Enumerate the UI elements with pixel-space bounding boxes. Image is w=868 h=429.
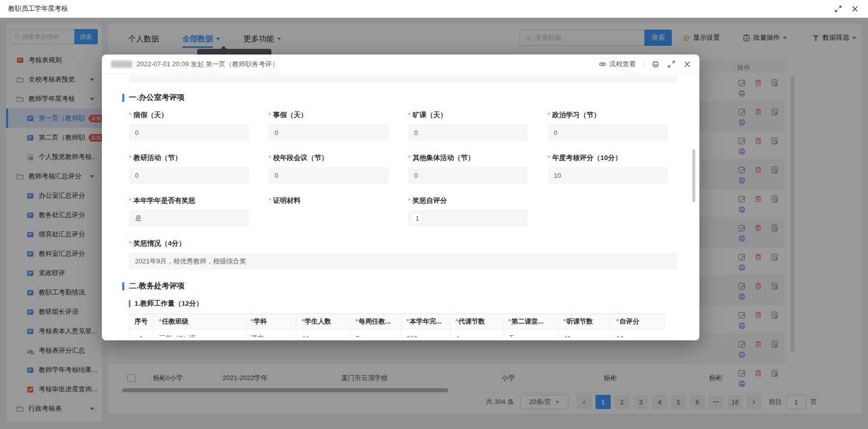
form-modal: 2022-07-01 20:09 发起 第一页（教师职务考评） 流程查看 一.办…	[102, 55, 699, 340]
field-row-3: 本年学年是否有奖惩是 证明材料 奖惩自评分1	[129, 184, 677, 227]
absent-class-input[interactable]: 0	[408, 124, 528, 141]
window-expand-icon[interactable]	[834, 5, 842, 13]
field-label: 事假（天）	[268, 111, 389, 120]
col-header: 任教班级	[154, 314, 246, 329]
workload-table-header: 序号 任教班级 学科 学生人数 每周任教... 本学年完... 代课节数 第二课…	[129, 314, 666, 329]
field-label: 病假（天）	[129, 111, 249, 120]
app-window: 教职员工学年度考核 搜索要办理的 搜索 考核表规则	[0, 0, 868, 429]
reward-self-score-input[interactable]: 1	[408, 210, 528, 227]
personal-leave-input[interactable]: 0	[268, 124, 389, 141]
cell-subject[interactable]: 语文	[246, 329, 296, 338]
col-header: 每周任教...	[350, 314, 401, 329]
col-header: 听课节数	[558, 314, 611, 329]
col-header: 学科	[246, 314, 296, 329]
workload-table-row: 1 三年（8）班 语文 44 7 280 4 无 40 10	[129, 329, 666, 338]
field-row-4: 奖惩情况（4分） 2021年9月，校优秀教师，校级综合奖	[129, 239, 677, 270]
workload-table: 序号 任教班级 学科 学生人数 每周任教... 本学年完... 代课节数 第二课…	[129, 313, 666, 337]
field-label: 校年段会议（节）	[268, 153, 389, 163]
close-icon[interactable]	[683, 60, 691, 68]
section-bar	[122, 94, 124, 102]
col-header: 学生人数	[296, 314, 350, 329]
col-header: 本学年完...	[401, 314, 450, 329]
cell-self-score[interactable]: 10	[611, 329, 666, 338]
field-row-1: 病假（天）0 事假（天）0 旷课（天）0 政治学习（节）0	[129, 102, 677, 141]
eye-icon	[599, 60, 607, 68]
score-chip: 1	[412, 213, 423, 224]
section-bar	[122, 282, 124, 290]
modal-scrollbar-thumb[interactable]	[692, 149, 695, 202]
subsection-title: 1.教师工作量（12分）	[129, 299, 677, 308]
window-close-icon[interactable]	[851, 5, 859, 13]
col-header: 第二课堂...	[503, 314, 558, 329]
subsection-bar	[129, 300, 130, 307]
col-header: 代课节数	[450, 314, 503, 329]
window-titlebar: 教职员工学年度考核	[0, 0, 868, 18]
expand-icon[interactable]	[667, 60, 675, 68]
section-2-title: 二.教务处考评项	[129, 281, 677, 291]
col-header: 自评分	[611, 314, 666, 329]
clipped-input-top	[129, 75, 677, 83]
sick-leave-input[interactable]: 0	[129, 124, 249, 141]
field-label: 证明材料	[268, 196, 389, 205]
initiator-name-redacted	[111, 61, 132, 68]
cell-substitute[interactable]: 4	[450, 329, 503, 338]
research-activity-input[interactable]: 0	[129, 167, 249, 184]
field-label: 奖惩自评分	[408, 196, 528, 205]
annual-score-input[interactable]: 10	[548, 167, 668, 184]
field-label: 政治学习（节）	[548, 111, 668, 120]
flow-view-button[interactable]: 流程查看	[599, 60, 636, 69]
cell-weekly[interactable]: 7	[350, 329, 401, 338]
reward-detail-input[interactable]: 2021年9月，校优秀教师，校级综合奖	[129, 253, 677, 270]
window-title: 教职员工学年度考核	[8, 4, 68, 13]
section-1-title: 一.办公室考评项	[129, 93, 677, 102]
reward-punishment-select[interactable]: 是	[129, 210, 249, 227]
modal-header: 2022-07-01 20:09 发起 第一页（教师职务考评） 流程查看	[102, 55, 699, 74]
modal-title: 2022-07-01 20:09 发起 第一页（教师职务考评）	[137, 60, 279, 69]
field-label: 年度考核评分（10分）	[548, 153, 668, 163]
field-row-2: 教研活动（节）0 校年段会议（节）0 其他集体活动（节）0 年度考核评分（10分…	[129, 141, 677, 184]
col-header: 序号	[129, 314, 154, 329]
print-icon[interactable]	[652, 60, 660, 68]
field-label: 其他集体活动（节）	[408, 153, 528, 163]
cell-second-class[interactable]: 无	[503, 329, 558, 338]
group-activity-input[interactable]: 0	[408, 167, 528, 184]
field-label: 奖惩情况（4分）	[129, 239, 677, 248]
modal-body: 一.办公室考评项 病假（天）0 事假（天）0 旷课（天）0 政治学习（节）0 教…	[102, 74, 699, 340]
field-label: 旷课（天）	[408, 111, 528, 120]
cell-index: 1	[129, 329, 154, 338]
political-study-input[interactable]: 0	[548, 124, 668, 141]
cell-completed[interactable]: 280	[401, 329, 450, 338]
cell-class[interactable]: 三年（8）班	[154, 329, 246, 338]
cell-students[interactable]: 44	[296, 329, 350, 338]
grade-meeting-input[interactable]: 0	[268, 167, 389, 184]
divider	[643, 60, 644, 68]
field-label: 本年学年是否有奖惩	[129, 196, 249, 205]
field-label: 教研活动（节）	[129, 153, 249, 163]
cell-listened[interactable]: 40	[558, 329, 611, 338]
